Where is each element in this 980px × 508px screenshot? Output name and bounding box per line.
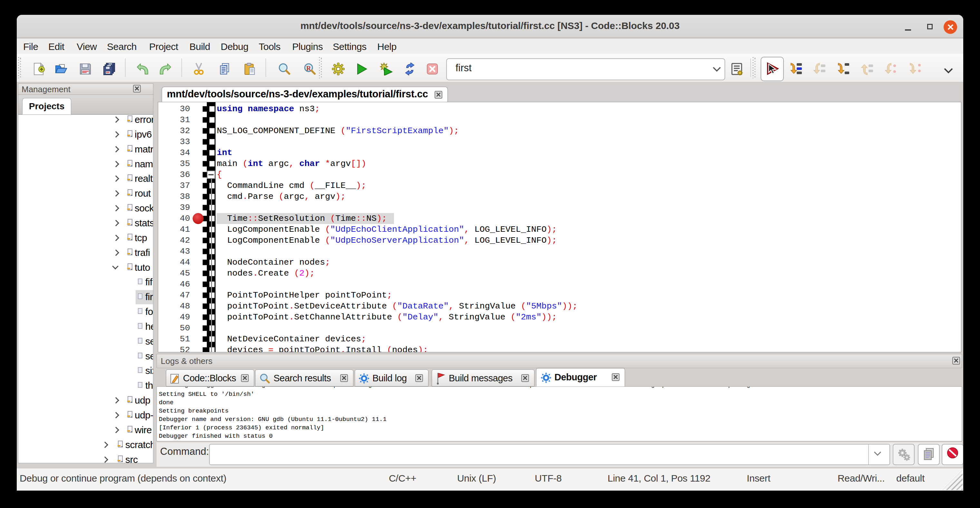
svg-text:R: R	[306, 65, 311, 72]
